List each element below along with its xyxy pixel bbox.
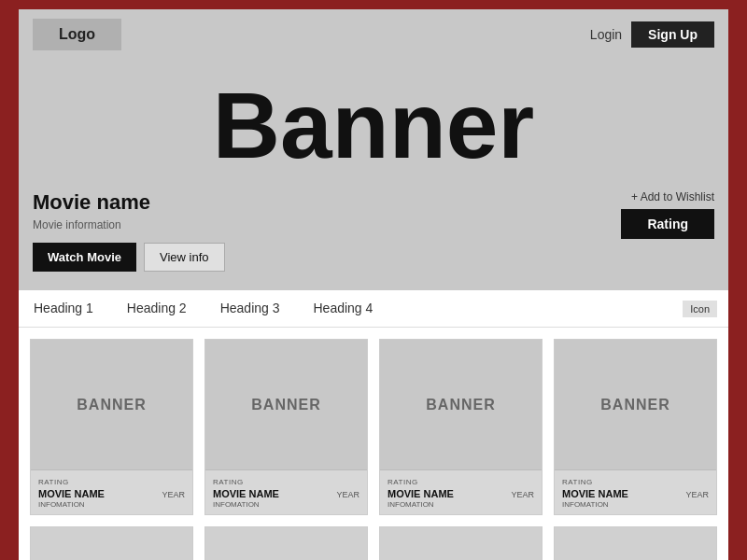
card-movie-name: MOVIE NAME [562, 488, 628, 499]
movie-card-partial[interactable] [554, 526, 717, 560]
nav-tabs: Heading 1 Heading 2 Heading 3 Heading 4 [30, 291, 389, 327]
movie-card[interactable]: BANNER RATING MOVIE NAME YEAR INFOMATION [30, 339, 193, 515]
logo: Logo [33, 19, 121, 50]
nav-icon-button[interactable]: Icon [683, 301, 717, 317]
movie-card-partial[interactable] [379, 526, 543, 560]
card-banner: BANNER [205, 340, 367, 470]
card-movie-name: MOVIE NAME [38, 488, 105, 499]
add-wishlist-button[interactable]: + Add to Wishlist [631, 190, 714, 203]
nav-tabs-row: Heading 1 Heading 2 Heading 3 Heading 4 … [19, 290, 728, 328]
header-actions: Login Sign Up [590, 21, 714, 48]
movie-grid: BANNER RATING MOVIE NAME YEAR INFOMATION… [30, 339, 717, 515]
card-rating-label: RATING [38, 478, 185, 486]
card-year: YEAR [162, 490, 185, 499]
movie-information: Movie information [33, 218, 225, 231]
movie-info-row: Movie name Movie information Watch Movie… [33, 190, 714, 272]
card-year: YEAR [685, 490, 709, 499]
tab-heading4[interactable]: Heading 4 [296, 291, 389, 327]
card-info: RATING MOVIE NAME YEAR INFOMATION [555, 470, 716, 514]
rating-button[interactable]: Rating [621, 209, 714, 239]
card-banner: BANNER [31, 340, 192, 470]
movie-card[interactable]: BANNER RATING MOVIE NAME YEAR INFOMATION [554, 339, 717, 515]
card-movie-name: MOVIE NAME [388, 488, 454, 499]
card-movie-info: INFOMATION [213, 500, 359, 509]
banner-title: Banner [33, 78, 714, 172]
card-movie-info: INFOMATION [562, 500, 709, 509]
movie-card-partial[interactable] [30, 526, 193, 560]
banner-section: Banner Movie name Movie information Watc… [19, 60, 728, 290]
card-rating-label: RATING [562, 478, 709, 486]
card-movie-name-row: MOVIE NAME YEAR [388, 488, 534, 499]
movie-right: + Add to Wishlist Rating [621, 190, 714, 239]
movie-card[interactable]: BANNER RATING MOVIE NAME YEAR INFOMATION [379, 339, 543, 515]
card-rating-label: RATING [213, 478, 359, 486]
movie-name: Movie name [33, 190, 225, 215]
card-banner: BANNER [380, 340, 542, 470]
card-year: YEAR [336, 490, 359, 499]
watch-movie-button[interactable]: Watch Movie [33, 243, 136, 272]
movie-left: Movie name Movie information Watch Movie… [33, 190, 225, 272]
header: Logo Login Sign Up [19, 9, 728, 60]
login-button[interactable]: Login [590, 27, 622, 42]
tab-heading2[interactable]: Heading 2 [110, 291, 204, 327]
card-info: RATING MOVIE NAME YEAR INFOMATION [380, 470, 542, 514]
tab-heading1[interactable]: Heading 1 [30, 291, 110, 327]
card-info: RATING MOVIE NAME YEAR INFOMATION [31, 470, 192, 514]
card-movie-name: MOVIE NAME [213, 488, 279, 499]
movie-grid-section: BANNER RATING MOVIE NAME YEAR INFOMATION… [19, 328, 728, 560]
card-movie-name-row: MOVIE NAME YEAR [213, 488, 359, 499]
card-movie-info: INFOMATION [388, 500, 534, 509]
card-movie-name-row: MOVIE NAME YEAR [38, 488, 185, 499]
tab-heading3[interactable]: Heading 3 [204, 291, 297, 327]
page-container: Logo Login Sign Up Banner Movie name Mov… [19, 9, 728, 560]
card-rating-label: RATING [388, 478, 534, 486]
card-banner: BANNER [555, 340, 716, 470]
card-info: RATING MOVIE NAME YEAR INFOMATION [205, 470, 367, 514]
movie-grid-row2 [30, 526, 717, 560]
view-info-button[interactable]: View info [144, 243, 225, 272]
signup-button[interactable]: Sign Up [631, 21, 714, 48]
movie-buttons: Watch Movie View info [33, 243, 225, 272]
card-movie-info: INFOMATION [38, 500, 185, 509]
movie-card-partial[interactable] [204, 526, 368, 560]
card-movie-name-row: MOVIE NAME YEAR [562, 488, 709, 499]
card-year: YEAR [511, 490, 534, 499]
movie-card[interactable]: BANNER RATING MOVIE NAME YEAR INFOMATION [204, 339, 368, 515]
